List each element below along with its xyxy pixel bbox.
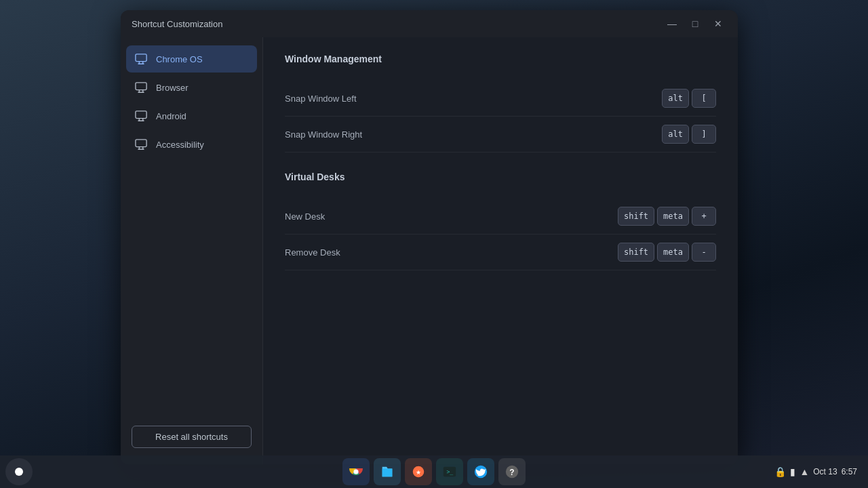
key-group-snap-right: alt ]: [662, 125, 716, 144]
taskbar-files[interactable]: [374, 458, 401, 485]
monitor-icon: [134, 52, 148, 66]
shortcut-snap-left: Snap Window Left alt [: [285, 81, 716, 117]
taskbar: ★ >_ ? 🔒 ▮ ▲: [0, 455, 868, 488]
launcher-button[interactable]: [5, 458, 33, 485]
key-bracket-left: [: [692, 89, 716, 108]
taskbar-left: [5, 458, 33, 485]
taskbar-status-area[interactable]: 🔒 ▮ ▲ Oct 13 6:57: [769, 464, 863, 480]
twitter-icon: [473, 464, 488, 479]
main-content: Window Management Snap Window Left alt […: [263, 37, 738, 464]
date-display: Oct 13: [813, 467, 837, 476]
taskbar-twitter[interactable]: [467, 458, 494, 485]
network-icon: 🔒: [774, 466, 786, 477]
key-shift-new-desk: shift: [618, 207, 654, 226]
shortcut-snap-right: Snap Window Right alt ]: [285, 117, 716, 152]
key-group-remove-desk: shift meta -: [618, 243, 716, 262]
maximize-icon: □: [692, 18, 698, 29]
sidebar-item-browser[interactable]: Browser: [126, 74, 257, 101]
shortcut-label-new-desk: New Desk: [285, 211, 618, 222]
shortcut-new-desk: New Desk shift meta +: [285, 199, 716, 235]
sidebar-label-accessibility: Accessibility: [156, 140, 204, 150]
key-alt-snap-left: alt: [662, 89, 689, 108]
monitor-icon-accessibility: [134, 138, 148, 151]
taskbar-center: ★ >_ ?: [342, 458, 526, 485]
close-icon: ✕: [714, 18, 722, 29]
help-icon: ?: [505, 464, 519, 479]
taskbar-chrome[interactable]: [342, 458, 370, 485]
key-plus-new-desk: +: [692, 207, 716, 226]
taskbar-app3[interactable]: ★: [405, 458, 432, 485]
sidebar-label-chrome-os: Chrome OS: [156, 54, 203, 64]
key-meta-remove-desk: meta: [657, 243, 689, 262]
maximize-button[interactable]: □: [686, 15, 704, 33]
section-virtual-desks: Virtual Desks New Desk shift meta + Remo…: [285, 171, 716, 270]
sidebar-label-android: Android: [156, 111, 186, 121]
svg-rect-0: [136, 54, 146, 62]
app-window: Shortcut Customization — □ ✕: [121, 10, 738, 464]
svg-rect-4: [136, 83, 146, 90]
taskbar-help[interactable]: ?: [498, 458, 526, 485]
svg-point-17: [354, 470, 359, 474]
taskbar-terminal[interactable]: >_: [436, 458, 463, 485]
section-title-virtual-desks: Virtual Desks: [285, 171, 716, 188]
sidebar-item-android[interactable]: Android: [126, 102, 257, 129]
key-group-snap-left: alt [: [662, 89, 716, 108]
taskbar-right: 🔒 ▮ ▲ Oct 13 6:57: [769, 464, 863, 480]
sidebar-item-accessibility[interactable]: Accessibility: [126, 131, 257, 158]
time-display: 6:57: [842, 467, 857, 476]
terminal-icon: >_: [442, 464, 457, 479]
window-body: Chrome OS Browser: [121, 37, 738, 464]
monitor-icon-browser: [134, 81, 148, 94]
sidebar-item-chrome-os[interactable]: Chrome OS: [126, 45, 257, 73]
key-group-new-desk: shift meta +: [618, 207, 716, 226]
shortcut-label-snap-right: Snap Window Right: [285, 129, 662, 140]
svg-rect-12: [136, 140, 146, 147]
svg-text:?: ?: [509, 468, 514, 477]
app3-icon: ★: [411, 464, 426, 479]
svg-text:★: ★: [416, 469, 421, 476]
key-alt-snap-right: alt: [662, 125, 689, 144]
sidebar-label-browser: Browser: [156, 83, 189, 93]
key-minus-remove-desk: -: [692, 243, 716, 262]
title-bar: Shortcut Customization — □ ✕: [121, 10, 738, 37]
reset-shortcuts-button[interactable]: Reset all shortcuts: [132, 426, 252, 448]
window-controls: — □ ✕: [663, 15, 727, 33]
close-button[interactable]: ✕: [709, 15, 727, 33]
battery-icon: ▮: [790, 466, 795, 477]
minimize-icon: —: [667, 18, 677, 29]
section-title-window-management: Window Management: [285, 54, 716, 70]
window-title: Shortcut Customization: [132, 19, 663, 29]
key-meta-new-desk: meta: [657, 207, 689, 226]
minimize-button[interactable]: —: [663, 15, 681, 33]
sidebar: Chrome OS Browser: [121, 37, 263, 464]
wifi-icon: ▲: [800, 466, 809, 477]
launcher-icon: [15, 468, 23, 476]
section-window-management: Window Management Snap Window Left alt […: [285, 54, 716, 152]
shortcut-label-snap-left: Snap Window Left: [285, 94, 662, 104]
key-bracket-right: ]: [692, 125, 716, 144]
svg-text:>_: >_: [446, 468, 453, 475]
chrome-icon: [348, 464, 364, 480]
files-icon: [380, 464, 395, 479]
shortcut-label-remove-desk: Remove Desk: [285, 247, 618, 258]
svg-rect-8: [136, 111, 146, 119]
key-shift-remove-desk: shift: [618, 243, 654, 262]
monitor-icon-android: [134, 109, 148, 123]
shortcut-remove-desk: Remove Desk shift meta -: [285, 235, 716, 270]
